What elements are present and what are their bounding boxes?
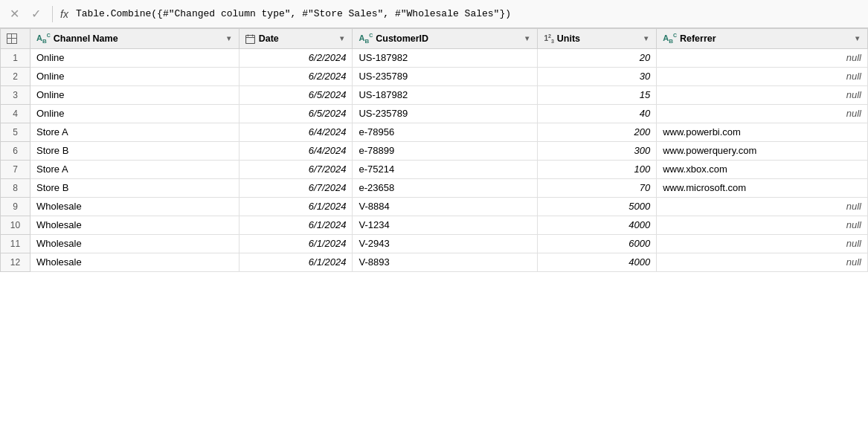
cell-channel-name: Online: [30, 85, 239, 104]
cell-date: 6/4/2024: [239, 123, 353, 141]
row-number-cell: 7: [1, 160, 30, 178]
row-number-cell: 8: [1, 178, 30, 197]
cell-customer-id: e-78899: [353, 141, 538, 160]
data-table: ABC Channel Name ▾: [0, 28, 868, 272]
row-number-cell: 10: [1, 216, 30, 234]
cell-date: 6/7/2024: [239, 178, 353, 197]
row-number-cell: 2: [1, 67, 30, 85]
col-dropdown-units[interactable]: ▾: [642, 33, 650, 44]
table-grid-icon: [7, 33, 17, 44]
cell-referrer: null: [657, 197, 868, 216]
row-number-cell: 1: [1, 48, 30, 67]
col-type-icon-date: [245, 33, 256, 44]
cell-customer-id: V-8893: [353, 253, 538, 271]
cell-referrer: www.powerbi.com: [657, 123, 868, 141]
row-number-cell: 5: [1, 123, 30, 141]
table-row: 6Store B6/4/2024e-78899300www.powerquery…: [1, 141, 868, 160]
row-number-cell: 4: [1, 104, 30, 123]
row-number-header: [1, 29, 30, 49]
col-label-customer-id: CustomerID: [376, 33, 520, 44]
cell-channel-name: Store B: [30, 178, 239, 197]
row-number-cell: 11: [1, 234, 30, 253]
table-row: 4Online6/5/2024US-23578940null: [1, 104, 868, 123]
cell-customer-id: V-8884: [353, 197, 538, 216]
cell-date: 6/1/2024: [239, 253, 353, 271]
cell-referrer: www.microsoft.com: [657, 178, 868, 197]
cell-referrer: null: [657, 234, 868, 253]
col-dropdown-channel-name[interactable]: ▾: [225, 33, 233, 44]
cell-channel-name: Wholesale: [30, 234, 239, 253]
cell-customer-id: e-78956: [353, 123, 538, 141]
formula-bar: ✕ ✓ fx: [0, 0, 868, 28]
cell-customer-id: US-235789: [353, 104, 538, 123]
cell-referrer: null: [657, 104, 868, 123]
cell-date: 6/2/2024: [239, 48, 353, 67]
cell-customer-id: e-75214: [353, 160, 538, 178]
col-label-channel-name: Channel Name: [54, 33, 222, 44]
table-row: 2Online6/2/2024US-23578930null: [1, 67, 868, 85]
cell-units: 20: [538, 48, 657, 67]
table-row: 3Online6/5/2024US-18798215null: [1, 85, 868, 104]
cell-referrer: null: [657, 67, 868, 85]
cell-referrer: null: [657, 48, 868, 67]
cell-customer-id: US-235789: [353, 67, 538, 85]
cell-channel-name: Online: [30, 104, 239, 123]
cell-channel-name: Wholesale: [30, 253, 239, 271]
table-body: 1Online6/2/2024US-18798220null2Online6/2…: [1, 48, 868, 271]
cell-referrer: null: [657, 216, 868, 234]
col-header-units: 123 Units ▾: [538, 29, 657, 49]
svg-rect-0: [245, 35, 254, 43]
cell-date: 6/7/2024: [239, 160, 353, 178]
col-label-referrer: Referrer: [680, 33, 850, 44]
cell-channel-name: Online: [30, 48, 239, 67]
cell-units: 40: [538, 104, 657, 123]
cell-units: 70: [538, 178, 657, 197]
cell-customer-id: V-1234: [353, 216, 538, 234]
formula-input[interactable]: [76, 8, 862, 19]
cell-units: 30: [538, 67, 657, 85]
col-header-referrer: ABC Referrer ▾: [657, 29, 868, 49]
col-type-icon-customer-id: ABC: [359, 33, 373, 45]
cell-units: 200: [538, 123, 657, 141]
col-header-customer-id: ABC CustomerID ▾: [353, 29, 538, 49]
cell-customer-id: US-187982: [353, 48, 538, 67]
table-row: 12Wholesale6/1/2024V-88934000null: [1, 253, 868, 271]
cell-units: 4000: [538, 216, 657, 234]
table-row: 8Store B6/7/2024e-2365870www.microsoft.c…: [1, 178, 868, 197]
col-type-icon-referrer: ABC: [663, 33, 677, 45]
cell-date: 6/5/2024: [239, 104, 353, 123]
table-row: 9Wholesale6/1/2024V-88845000null: [1, 197, 868, 216]
fx-label: fx: [60, 8, 68, 20]
cell-date: 6/4/2024: [239, 141, 353, 160]
cell-channel-name: Wholesale: [30, 197, 239, 216]
table-container: ABC Channel Name ▾: [0, 28, 868, 272]
cell-units: 6000: [538, 234, 657, 253]
table-row: 10Wholesale6/1/2024V-12344000null: [1, 216, 868, 234]
col-dropdown-referrer[interactable]: ▾: [853, 33, 861, 44]
col-dropdown-customer-id[interactable]: ▾: [523, 33, 531, 44]
cell-channel-name: Store B: [30, 141, 239, 160]
cell-referrer: null: [657, 253, 868, 271]
cell-date: 6/1/2024: [239, 216, 353, 234]
col-dropdown-date[interactable]: ▾: [338, 33, 346, 44]
cell-units: 5000: [538, 197, 657, 216]
col-header-channel-name: ABC Channel Name ▾: [30, 29, 239, 49]
cell-units: 300: [538, 141, 657, 160]
cell-customer-id: US-187982: [353, 85, 538, 104]
table-header-row: ABC Channel Name ▾: [1, 29, 868, 49]
table-row: 11Wholesale6/1/2024V-29436000null: [1, 234, 868, 253]
cell-channel-name: Store A: [30, 160, 239, 178]
cell-channel-name: Online: [30, 67, 239, 85]
cell-customer-id: V-2943: [353, 234, 538, 253]
table-row: 1Online6/2/2024US-18798220null: [1, 48, 868, 67]
confirm-button[interactable]: ✓: [28, 5, 45, 22]
cell-customer-id: e-23658: [353, 178, 538, 197]
row-number-cell: 9: [1, 197, 30, 216]
cell-channel-name: Wholesale: [30, 216, 239, 234]
cell-date: 6/1/2024: [239, 234, 353, 253]
row-number-cell: 3: [1, 85, 30, 104]
col-label-date: Date: [259, 33, 335, 44]
cancel-button[interactable]: ✕: [6, 5, 23, 22]
row-number-cell: 6: [1, 141, 30, 160]
cell-units: 15: [538, 85, 657, 104]
